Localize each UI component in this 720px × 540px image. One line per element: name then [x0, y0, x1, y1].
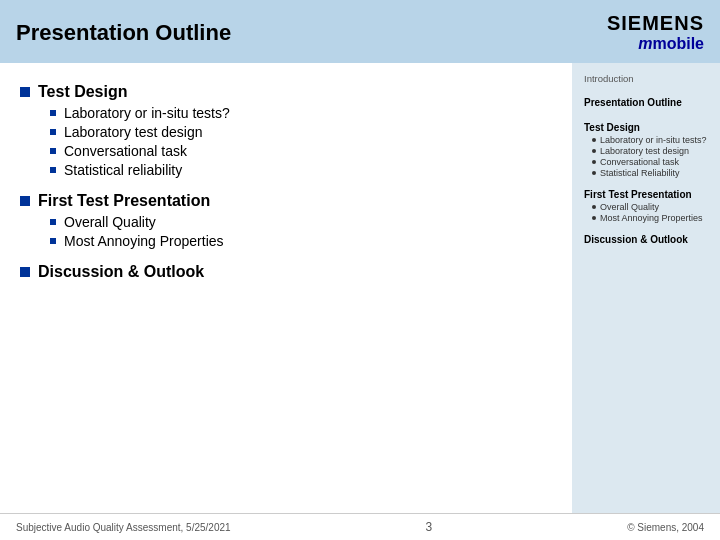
sidebar-outline-label: Presentation Outline — [584, 97, 710, 108]
sidebar-list-item: Overall Quality — [584, 202, 710, 212]
sidebar-list-item: Conversational task — [584, 157, 710, 167]
sidebar-list-item: Laboratory test design — [584, 146, 710, 156]
section-test-design-title: Test Design — [38, 83, 128, 101]
content-area: Test Design Laboratory or in-situ tests?… — [0, 63, 720, 513]
sidebar-dot-icon — [592, 205, 596, 209]
list-item: Conversational task — [50, 143, 552, 159]
slide-header: Presentation Outline SIEMENS mmobile — [0, 0, 720, 63]
first-test-sub-items: Overall Quality Most Annoying Properties — [50, 214, 552, 249]
sub-bullet-icon — [50, 148, 56, 154]
list-item: Most Annoying Properties — [50, 233, 552, 249]
footer-page-number: 3 — [426, 520, 433, 534]
test-design-sub-items: Laboratory or in-situ tests? Laboratory … — [50, 105, 552, 178]
sub-bullet-icon — [50, 219, 56, 225]
siemens-logo-mobile: mmobile — [638, 35, 704, 53]
list-item: Laboratory or in-situ tests? — [50, 105, 552, 121]
sidebar-list-item: Laboratory or in-situ tests? — [584, 135, 710, 145]
section-first-test-title: First Test Presentation — [38, 192, 210, 210]
sub-bullet-icon — [50, 238, 56, 244]
bullet-square-icon — [20, 196, 30, 206]
siemens-logo-name: SIEMENS — [607, 12, 704, 35]
section-test-design: Test Design Laboratory or in-situ tests?… — [20, 83, 552, 178]
sidebar-list-item: Most Annoying Properties — [584, 213, 710, 223]
sub-bullet-icon — [50, 110, 56, 116]
sidebar-first-test-heading: First Test Presentation — [584, 189, 710, 200]
sidebar-discussion-heading: Discussion & Outlook — [584, 234, 710, 245]
list-item: Laboratory test design — [50, 124, 552, 140]
sub-bullet-icon — [50, 167, 56, 173]
sidebar-dot-icon — [592, 171, 596, 175]
slide-footer: Subjective Audio Quality Assessment, 5/2… — [0, 513, 720, 540]
sidebar-introduction-label: Introduction — [584, 73, 710, 84]
sidebar-test-design-heading: Test Design — [584, 122, 710, 133]
section-discussion: Discussion & Outlook — [20, 263, 552, 281]
sidebar-discussion: Discussion & Outlook — [584, 234, 710, 247]
main-content: Test Design Laboratory or in-situ tests?… — [0, 63, 572, 513]
section-test-design-header: Test Design — [20, 83, 552, 101]
sidebar-dot-icon — [592, 138, 596, 142]
sidebar-dot-icon — [592, 160, 596, 164]
sub-item-label: Laboratory test design — [64, 124, 203, 140]
sub-bullet-icon — [50, 129, 56, 135]
sidebar-outline: Presentation Outline — [584, 97, 710, 112]
sidebar-first-test: First Test Presentation Overall Quality … — [584, 189, 710, 224]
sub-item-label: Conversational task — [64, 143, 187, 159]
sub-item-label: Laboratory or in-situ tests? — [64, 105, 230, 121]
slide-title: Presentation Outline — [16, 20, 231, 46]
sidebar-test-design: Test Design Laboratory or in-situ tests?… — [584, 122, 710, 179]
section-first-test: First Test Presentation Overall Quality … — [20, 192, 552, 249]
footer-left: Subjective Audio Quality Assessment, 5/2… — [16, 522, 231, 533]
sidebar-list-item: Statistical Reliability — [584, 168, 710, 178]
sidebar-dot-icon — [592, 149, 596, 153]
sub-item-label: Statistical reliability — [64, 162, 182, 178]
section-first-test-header: First Test Presentation — [20, 192, 552, 210]
slide: Presentation Outline SIEMENS mmobile Tes… — [0, 0, 720, 540]
section-discussion-title: Discussion & Outlook — [38, 263, 204, 281]
list-item: Overall Quality — [50, 214, 552, 230]
list-item: Statistical reliability — [50, 162, 552, 178]
footer-right: © Siemens, 2004 — [627, 522, 704, 533]
section-discussion-header: Discussion & Outlook — [20, 263, 552, 281]
sidebar: Introduction Presentation Outline Test D… — [572, 63, 720, 513]
bullet-square-icon — [20, 87, 30, 97]
sub-item-label: Most Annoying Properties — [64, 233, 224, 249]
sub-item-label: Overall Quality — [64, 214, 156, 230]
sidebar-dot-icon — [592, 216, 596, 220]
sidebar-introduction: Introduction — [584, 73, 710, 87]
siemens-logo: SIEMENS mmobile — [607, 12, 704, 53]
bullet-square-icon — [20, 267, 30, 277]
